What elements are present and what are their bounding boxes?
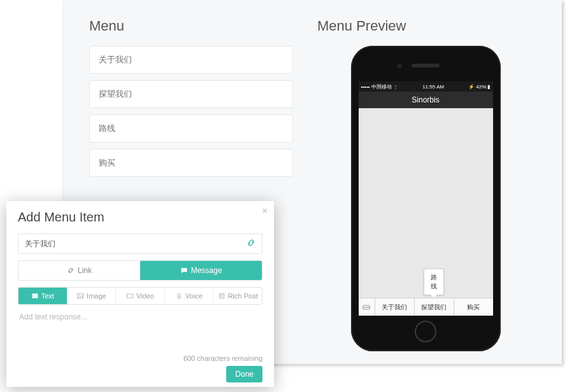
resp-text[interactable]: Text bbox=[18, 288, 68, 304]
resp-video-label: Video bbox=[136, 292, 154, 300]
preview-menu-button[interactable]: 购买 bbox=[454, 298, 493, 316]
resp-richpost[interactable]: Rich Post bbox=[213, 288, 262, 304]
resp-image-label: Image bbox=[87, 292, 106, 300]
wechat-menubar: 关于我们 探望我们 路线 购买 bbox=[359, 298, 493, 316]
tab-link-label: Link bbox=[78, 266, 92, 275]
app-title: Sinorbis bbox=[412, 95, 439, 104]
resp-text-label: Text bbox=[41, 292, 54, 300]
preview-submenu-popup[interactable]: 路线 bbox=[424, 269, 444, 295]
response-textarea[interactable] bbox=[18, 307, 262, 351]
response-type-tabs: Text Image Video Voice Rich Post bbox=[18, 287, 262, 305]
battery-label: ⚡ 42% ▮ bbox=[468, 84, 490, 90]
modal-title: Add Menu Item bbox=[18, 210, 262, 225]
menu-item[interactable]: 购买 bbox=[89, 149, 293, 177]
battery-text: 42% bbox=[476, 84, 486, 90]
menu-heading: Menu bbox=[89, 18, 293, 34]
menu-name-input[interactable] bbox=[18, 234, 262, 254]
menu-column: Menu 关于我们 探望我们 路线 购买 bbox=[89, 18, 293, 183]
app-navbar: Sinorbis bbox=[359, 92, 493, 108]
status-time: 11:55 AM bbox=[398, 84, 468, 90]
resp-image[interactable]: Image bbox=[68, 288, 117, 304]
tab-message[interactable]: Message bbox=[140, 261, 262, 280]
name-input-wrap bbox=[18, 234, 262, 254]
phone-speaker bbox=[412, 64, 440, 67]
tab-message-label: Message bbox=[191, 266, 222, 275]
svg-rect-5 bbox=[127, 294, 133, 298]
preview-heading: Menu Preview bbox=[317, 18, 534, 34]
phone-screen: ••••• 中国移动 ⋮ 11:55 AM ⚡ 42% ▮ Sinorbis 关… bbox=[359, 81, 493, 316]
svg-rect-2 bbox=[32, 293, 38, 298]
menu-item[interactable]: 路线 bbox=[89, 115, 293, 143]
done-button[interactable]: Done bbox=[226, 366, 262, 382]
phone-camera bbox=[397, 64, 402, 69]
svg-rect-6 bbox=[178, 293, 180, 297]
menu-item[interactable]: 探望我们 bbox=[89, 80, 293, 108]
close-icon[interactable]: × bbox=[262, 205, 268, 216]
carrier-label: ••••• 中国移动 ⋮ bbox=[361, 83, 398, 90]
link-icon[interactable] bbox=[246, 238, 256, 250]
preview-menu-button[interactable]: 探望我们 路线 bbox=[415, 298, 454, 316]
preview-menu-label: 探望我们 bbox=[421, 303, 447, 312]
resp-voice[interactable]: Voice bbox=[165, 288, 214, 304]
resp-voice-label: Voice bbox=[185, 292, 203, 300]
preview-menu-button[interactable]: 关于我们 bbox=[375, 298, 415, 316]
action-type-tabs: Link Message bbox=[18, 260, 262, 281]
keyboard-icon[interactable] bbox=[359, 298, 375, 316]
menu-list: 关于我们 探望我们 路线 购买 bbox=[89, 46, 293, 177]
resp-video[interactable]: Video bbox=[116, 288, 165, 304]
char-counter: 600 characters remaining bbox=[18, 354, 262, 362]
menu-item[interactable]: 关于我们 bbox=[89, 46, 293, 74]
add-menu-item-modal: × Add Menu Item Link Message Text Image … bbox=[6, 201, 274, 387]
svg-point-4 bbox=[79, 295, 80, 297]
svg-rect-7 bbox=[219, 293, 224, 298]
phone-mockup: ••••• 中国移动 ⋮ 11:55 AM ⚡ 42% ▮ Sinorbis 关… bbox=[351, 46, 501, 351]
preview-column: Menu Preview ••••• 中国移动 ⋮ 11:55 AM ⚡ 42%… bbox=[317, 18, 534, 351]
status-bar: ••••• 中国移动 ⋮ 11:55 AM ⚡ 42% ▮ bbox=[359, 81, 493, 92]
resp-rich-label: Rich Post bbox=[228, 292, 258, 300]
carrier-text: 中国移动 bbox=[371, 84, 392, 90]
phone-home-button bbox=[415, 321, 436, 342]
tab-link[interactable]: Link bbox=[18, 261, 140, 280]
